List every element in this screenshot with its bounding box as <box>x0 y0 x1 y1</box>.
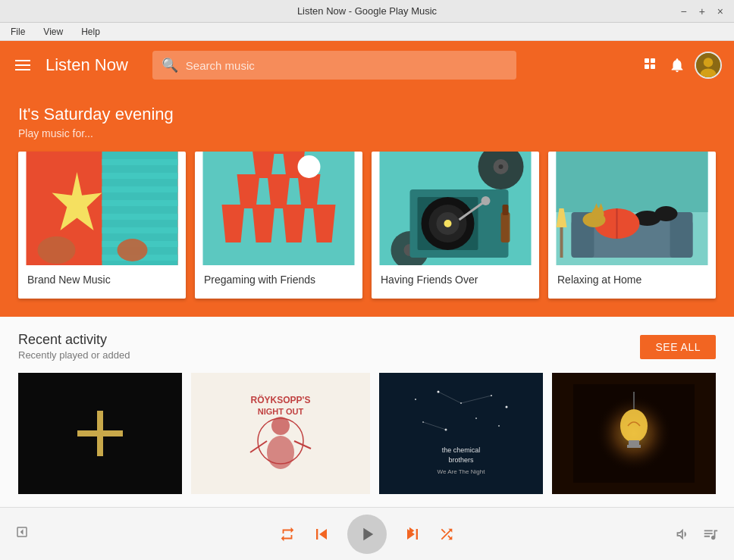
album-card-1[interactable] <box>18 373 182 494</box>
cross-v <box>97 411 103 456</box>
header-right <box>643 52 722 79</box>
svg-text:We Are The Night: We Are The Night <box>438 468 486 475</box>
player-right <box>673 526 719 543</box>
svg-marker-25 <box>237 174 260 208</box>
svg-rect-14 <box>102 227 178 233</box>
player-left <box>15 525 29 543</box>
repeat-button[interactable] <box>279 526 296 543</box>
playlist-card-brand-new-music[interactable]: Brand New Music <box>18 152 186 299</box>
svg-text:RÖYKSOPP'S: RÖYKSOPP'S <box>251 394 311 405</box>
minimize-button[interactable]: − <box>677 5 689 17</box>
svg-rect-2 <box>645 64 649 69</box>
svg-point-68 <box>267 436 294 469</box>
shuffle-button[interactable] <box>438 526 455 543</box>
recent-header: Recent activity Recently played or added… <box>18 332 716 361</box>
hamburger-icon <box>15 60 30 61</box>
search-input[interactable] <box>186 59 507 72</box>
svg-point-43 <box>444 220 452 227</box>
svg-point-58 <box>592 208 604 220</box>
avatar[interactable] <box>695 52 722 79</box>
svg-marker-26 <box>268 174 290 208</box>
svg-rect-1 <box>651 58 655 63</box>
svg-point-76 <box>506 405 508 408</box>
album-card-chemical-brothers[interactable]: the chemical brothers We Are The Night <box>379 373 543 494</box>
queue-icon <box>702 526 719 543</box>
hamburger-icon <box>15 69 30 70</box>
svg-point-89 <box>620 409 648 443</box>
svg-point-78 <box>475 418 477 419</box>
card-label-pregaming: Pregaming with Friends <box>195 265 362 299</box>
having-friends-image <box>372 152 539 265</box>
play-icon <box>356 524 378 545</box>
svg-marker-21 <box>222 205 245 242</box>
playlist-card-having-friends[interactable]: Having Friends Over <box>372 152 539 299</box>
user-avatar-icon <box>696 52 720 79</box>
album-card-4[interactable] <box>552 373 716 494</box>
card-image-1 <box>18 152 186 265</box>
menu-view[interactable]: View <box>40 25 66 39</box>
svg-marker-24 <box>313 205 336 242</box>
royksopp-album-art: RÖYKSOPP'S NIGHT OUT <box>220 384 341 483</box>
play-button[interactable] <box>347 515 387 554</box>
card-image-4 <box>548 152 716 265</box>
svg-rect-0 <box>645 58 649 63</box>
svg-point-35 <box>499 164 503 169</box>
recent-section: Recent activity Recently played or added… <box>0 317 734 507</box>
card-image-3 <box>372 152 539 265</box>
svg-text:the chemical: the chemical <box>442 446 481 454</box>
saturday-title: It's Saturday evening <box>18 105 716 124</box>
search-bar[interactable]: 🔍 <box>152 51 516 80</box>
apps-button[interactable] <box>643 57 660 74</box>
relaxing-image <box>548 152 716 265</box>
notifications-button[interactable] <box>669 57 685 74</box>
svg-marker-23 <box>283 205 306 242</box>
maximize-button[interactable]: + <box>696 5 708 17</box>
svg-marker-27 <box>298 174 321 208</box>
search-icon: 🔍 <box>162 57 178 74</box>
svg-rect-10 <box>102 173 178 179</box>
close-button[interactable]: × <box>714 5 726 17</box>
card-image-2 <box>195 152 362 265</box>
avatar-image <box>696 53 720 77</box>
svg-rect-12 <box>102 200 178 206</box>
volume-icon <box>673 526 690 543</box>
playlist-card-pregaming[interactable]: Pregaming with Friends <box>195 152 362 299</box>
menu-help[interactable]: Help <box>78 25 103 39</box>
player-controls <box>279 515 455 554</box>
svg-point-45 <box>481 196 491 205</box>
album-cards: RÖYKSOPP'S NIGHT OUT <box>18 373 716 494</box>
card-label-relaxing: Relaxing at Home <box>548 265 716 299</box>
card-label-brand-new-music: Brand New Music <box>18 265 186 299</box>
hamburger-button[interactable] <box>12 57 33 74</box>
svg-rect-46 <box>501 212 510 242</box>
menu-bar: File View Help <box>0 23 734 41</box>
volume-button[interactable] <box>673 526 690 543</box>
queue-button[interactable] <box>702 526 719 543</box>
svg-rect-3 <box>651 64 655 69</box>
window-title: Listen Now - Google Play Music <box>297 5 437 17</box>
next-icon <box>402 524 423 545</box>
next-button[interactable] <box>402 524 423 545</box>
see-all-button[interactable]: SEE ALL <box>640 335 716 359</box>
album-card-royksopp[interactable]: RÖYKSOPP'S NIGHT OUT <box>191 373 370 494</box>
bell-icon <box>669 57 685 74</box>
playlist-card-relaxing[interactable]: Relaxing at Home <box>548 152 716 299</box>
svg-point-5 <box>704 58 713 67</box>
album-4-art <box>573 384 695 483</box>
svg-marker-28 <box>253 152 275 178</box>
brand-new-music-image <box>18 152 186 265</box>
previous-button[interactable] <box>311 524 332 545</box>
svg-text:NIGHT OUT: NIGHT OUT <box>258 407 304 416</box>
app-header: Listen Now 🔍 <box>0 41 734 89</box>
recent-title: Recent activity <box>18 332 130 348</box>
svg-rect-11 <box>102 186 178 192</box>
menu-file[interactable]: File <box>8 25 28 39</box>
window-controls: − + × <box>677 5 726 17</box>
svg-point-31 <box>298 155 321 178</box>
svg-marker-22 <box>253 205 275 242</box>
card-label-having-friends: Having Friends Over <box>372 265 539 299</box>
chemical-brothers-album-art: the chemical brothers We Are The Night <box>400 384 522 483</box>
expand-button[interactable] <box>15 525 29 543</box>
saturday-subtitle: Play music for... <box>18 127 716 139</box>
recent-title-group: Recent activity Recently played or added <box>18 332 130 361</box>
